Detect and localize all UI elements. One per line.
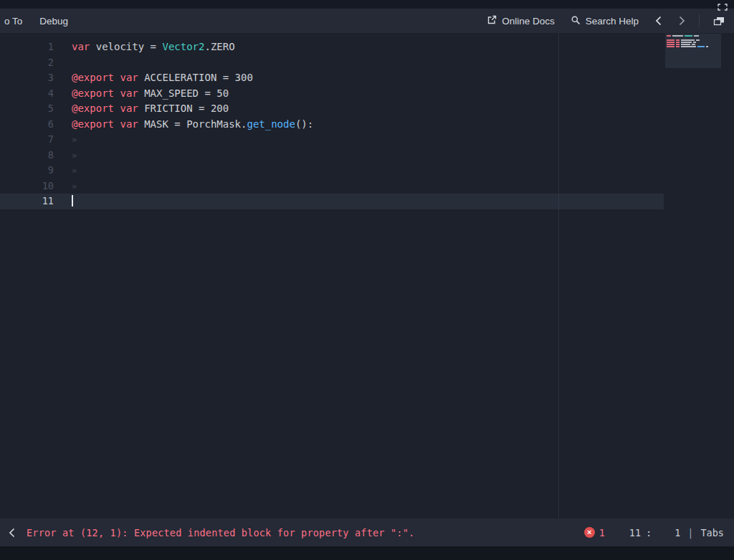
code-line[interactable]: 6@export var MASK = PorchMask.get_node()… xyxy=(0,117,734,133)
code-editor[interactable]: 1var velocity = Vector2.ZERO23@export va… xyxy=(0,33,734,518)
status-right: × 1 11 : 1 | Tabs xyxy=(584,527,724,538)
code-text: » xyxy=(63,163,77,179)
online-docs-label: Online Docs xyxy=(502,16,555,27)
line-number[interactable]: 4 xyxy=(0,86,63,102)
tab-indent-marker: » xyxy=(72,181,77,191)
line-number[interactable]: 6 xyxy=(0,117,63,133)
code-line[interactable]: 8» xyxy=(0,148,734,163)
code-line[interactable]: 1var velocity = Vector2.ZERO xyxy=(0,39,734,55)
menu-left: o To Debug xyxy=(1,13,71,29)
caret-column: 1 xyxy=(675,527,680,538)
line-number[interactable]: 7 xyxy=(0,132,63,148)
script-editor-window: o To Debug Online Docs xyxy=(0,0,734,560)
caret-line: 11 xyxy=(629,527,641,538)
code-line[interactable]: 5@export var FRICTION = 200 xyxy=(0,101,734,117)
code-line[interactable]: 10» xyxy=(0,179,734,194)
float-window-icon[interactable] xyxy=(710,15,728,27)
online-docs-button[interactable]: Online Docs xyxy=(484,13,558,29)
menu-debug[interactable]: Debug xyxy=(37,13,71,29)
caret-position: 11 : 1 | Tabs xyxy=(629,527,724,538)
code-text: » xyxy=(63,179,77,194)
history-forward-button[interactable] xyxy=(675,14,689,27)
status-bar: Error at (12, 1): Expected indented bloc… xyxy=(0,518,734,546)
code-area[interactable]: 1var velocity = Vector2.ZERO23@export va… xyxy=(0,39,734,209)
menu-right: Online Docs Search Help xyxy=(484,13,728,29)
script-editor-menubar: o To Debug Online Docs xyxy=(0,9,734,33)
code-line[interactable]: 4@export var MAX_SPEED = 50 xyxy=(0,86,734,102)
window-top-strip xyxy=(0,0,734,9)
code-text: var velocity = Vector2.ZERO xyxy=(63,39,235,55)
tab-indent-marker: » xyxy=(72,135,77,145)
code-line[interactable]: 11 xyxy=(0,194,734,209)
error-count-badge[interactable]: × 1 xyxy=(584,527,605,538)
code-text xyxy=(63,55,72,71)
text-caret xyxy=(72,195,73,207)
code-line[interactable]: 2 xyxy=(0,55,734,71)
menu-goto[interactable]: o To xyxy=(1,13,25,29)
code-line[interactable]: 7» xyxy=(0,132,734,148)
distraction-free-icon[interactable] xyxy=(718,1,728,14)
status-separator: | xyxy=(687,527,693,538)
code-text: » xyxy=(63,148,77,163)
line-number[interactable]: 9 xyxy=(0,163,63,179)
code-line[interactable]: 9» xyxy=(0,163,734,179)
history-back-button[interactable] xyxy=(652,14,665,27)
search-help-button[interactable]: Search Help xyxy=(568,13,642,29)
indent-type[interactable]: Tabs xyxy=(700,527,724,538)
line-number[interactable]: 3 xyxy=(0,70,63,86)
line-number[interactable]: 10 xyxy=(0,179,63,194)
line-number[interactable]: 5 xyxy=(0,101,63,117)
line-number[interactable]: 1 xyxy=(0,39,63,55)
code-text: » xyxy=(63,132,77,148)
line-number[interactable]: 11 xyxy=(0,194,63,209)
code-text xyxy=(63,194,73,209)
toolbar-separator xyxy=(699,14,700,27)
tab-indent-marker: » xyxy=(72,166,77,176)
code-line[interactable]: 3@export var ACCELERATION = 300 xyxy=(0,70,734,86)
search-help-label: Search Help xyxy=(586,16,639,27)
tab-indent-marker: » xyxy=(72,151,77,161)
error-count: 1 xyxy=(599,527,605,538)
external-link-icon xyxy=(487,15,497,27)
help-search-icon xyxy=(571,15,581,27)
code-text: @export var ACCELERATION = 300 xyxy=(63,70,253,86)
code-text: @export var MASK = PorchMask.get_node(): xyxy=(63,117,313,133)
minimap[interactable] xyxy=(665,34,721,68)
window-bottom-strip xyxy=(0,546,734,560)
code-text: @export var MAX_SPEED = 50 xyxy=(63,86,229,102)
code-text: @export var FRICTION = 200 xyxy=(63,101,229,117)
error-icon: × xyxy=(584,527,595,538)
caret-colon: : xyxy=(646,527,652,538)
line-number[interactable]: 8 xyxy=(0,148,63,163)
line-length-guideline xyxy=(558,33,559,518)
error-message[interactable]: Error at (12, 1): Expected indented bloc… xyxy=(27,527,414,538)
line-number[interactable]: 2 xyxy=(0,55,63,71)
minimap-code xyxy=(665,35,721,48)
error-panel-expand-icon[interactable] xyxy=(6,528,18,538)
